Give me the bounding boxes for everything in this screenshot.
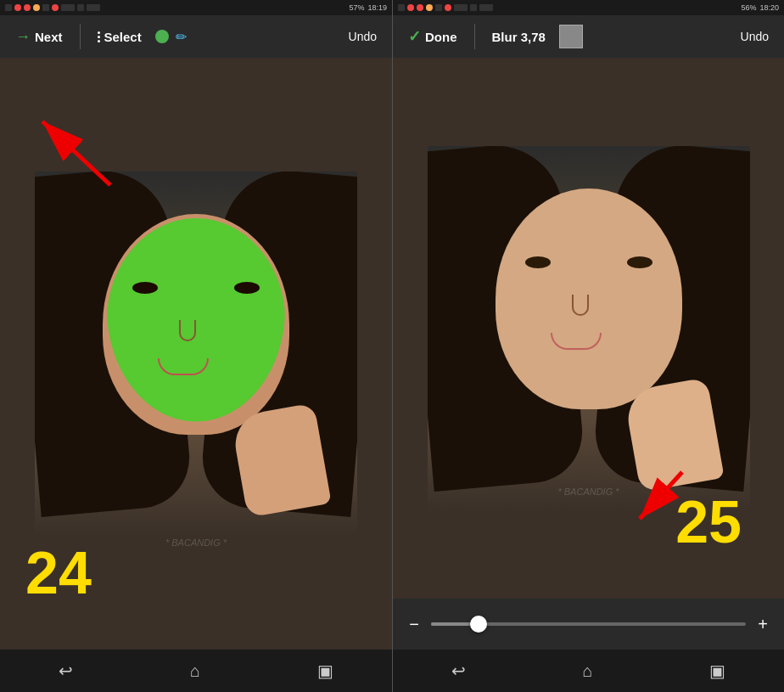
left-panel: 57% 18:19 → Next Select ✏ Undo [0, 0, 392, 692]
done-label: Done [425, 30, 457, 44]
toolbar-divider-right [474, 24, 475, 49]
photo-right [428, 146, 750, 511]
select-label: Select [104, 30, 142, 44]
mouth [158, 358, 209, 375]
undo-button-right[interactable]: Undo [734, 26, 776, 47]
hand [230, 402, 331, 518]
blur-label: Blur 3,78 [492, 30, 546, 44]
slider-area: − + [393, 599, 784, 650]
photo-left [35, 172, 357, 537]
status-bar-left: 57% 18:19 [0, 0, 392, 15]
image-area-right: 25 * BACANDIG * [393, 58, 784, 599]
battery-left: 57% [349, 3, 364, 12]
blur-thumbnail[interactable] [559, 25, 583, 48]
status-time-left: 57% 18:19 [349, 3, 387, 12]
nose [179, 320, 196, 341]
step-number-left: 24 [25, 539, 92, 607]
home-button-right[interactable]: ⌂ [569, 657, 605, 685]
slider-thumb[interactable] [470, 616, 487, 633]
status-bar-right: 56% 18:20 [393, 0, 784, 15]
next-arrow-icon: → [15, 28, 31, 46]
status-icons-right [398, 4, 493, 11]
slider-track[interactable] [431, 622, 746, 626]
undo-button-left[interactable]: Undo [342, 26, 384, 47]
recent-button-right[interactable]: ▣ [697, 656, 738, 685]
home-button-left[interactable]: ⌂ [177, 657, 213, 685]
eye-left [132, 282, 158, 294]
done-button[interactable]: ✓ Done [401, 24, 464, 49]
watermark-left: * BACANDIG * [165, 537, 227, 548]
face-skin-right [496, 188, 682, 409]
step-number-right: 25 [675, 488, 742, 556]
image-area-left: 24 * BACANDIG * [0, 58, 392, 650]
recent-button-left[interactable]: ▣ [305, 656, 346, 685]
mouth-right [551, 333, 602, 350]
blue-pencil-icon[interactable]: ✏ [176, 29, 187, 45]
next-label: Next [35, 30, 63, 44]
green-circle-indicator[interactable] [155, 30, 169, 43]
back-button-right[interactable]: ↩ [439, 656, 479, 685]
eye-right [234, 282, 260, 294]
dots-icon [98, 31, 100, 42]
toolbar-left: → Next Select ✏ Undo [0, 15, 392, 58]
time-left: 18:19 [367, 3, 387, 12]
time-right: 18:20 [759, 3, 779, 12]
status-time-right: 56% 18:20 [741, 3, 779, 12]
watermark-right: * BACANDIG * [557, 487, 619, 497]
slider-plus-button[interactable]: + [754, 615, 771, 634]
slider-minus-button[interactable]: − [406, 615, 423, 634]
status-icons-left [5, 4, 100, 11]
bottom-nav-right: ↩ ⌂ ▣ [393, 650, 784, 692]
select-button[interactable]: Select [91, 26, 148, 48]
battery-right: 56% [741, 3, 756, 12]
toolbar-right: ✓ Done Blur 3,78 Undo [393, 15, 784, 58]
next-button[interactable]: → Next [8, 25, 70, 49]
eye-left-right [525, 256, 551, 268]
nose-right [572, 295, 589, 316]
done-check-icon: ✓ [408, 27, 421, 46]
back-button-left[interactable]: ↩ [46, 656, 86, 685]
bottom-nav-left: ↩ ⌂ ▣ [0, 650, 392, 692]
toolbar-divider [80, 24, 81, 49]
right-panel: 56% 18:20 ✓ Done Blur 3,78 Undo [392, 0, 784, 692]
eye-right-right [627, 256, 652, 268]
